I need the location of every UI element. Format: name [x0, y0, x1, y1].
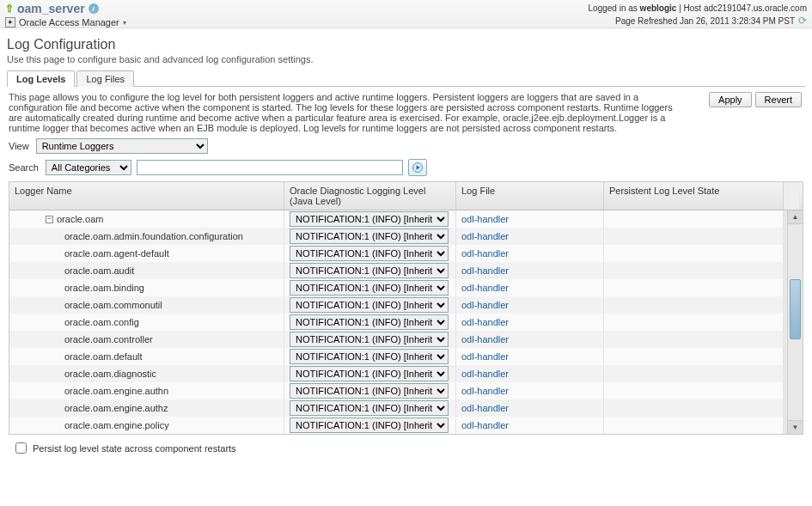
log-file-link[interactable]: odl-handler	[461, 248, 509, 259]
search-category-select[interactable]: All Categories	[46, 160, 131, 175]
tree-collapse-icon[interactable]: −	[46, 216, 53, 223]
persist-state-cell	[604, 331, 784, 348]
persist-checkbox[interactable]	[15, 442, 27, 454]
table-row[interactable]: oracle.oam.configNOTIFICATION:1 (INFO) […	[9, 314, 803, 331]
host-value: adc2191047.us.oracle.com	[704, 3, 807, 13]
logger-name: oracle.oam.engine.policy	[64, 420, 169, 430]
log-file-link[interactable]: odl-handler	[461, 317, 509, 327]
logger-name: oracle.oam	[57, 214, 103, 224]
table-row[interactable]: oracle.oam.commonutilNOTIFICATION:1 (INF…	[9, 296, 803, 314]
table-row[interactable]: oracle.oam.bindingNOTIFICATION:1 (INFO) …	[9, 279, 803, 296]
table-row[interactable]: oracle.oam.engine.authzNOTIFICATION:1 (I…	[9, 399, 803, 417]
scroll-down-icon[interactable]: ▼	[788, 420, 803, 434]
refresh-time: Page Refreshed Jan 26, 2011 3:28:34 PM P…	[615, 16, 795, 26]
logger-name: oracle.oam.binding	[64, 283, 144, 293]
status-up-icon: ⇧	[5, 3, 14, 15]
log-level-select[interactable]: NOTIFICATION:1 (INFO) [Inherit	[290, 246, 449, 261]
log-level-select[interactable]: NOTIFICATION:1 (INFO) [Inherit	[290, 263, 449, 278]
header-bar: ⇧ oam_server i ✦ Oracle Access Manager ▾…	[0, 0, 812, 28]
persist-state-cell	[604, 314, 784, 331]
logger-name: oracle.oam.config	[64, 317, 139, 327]
table-row[interactable]: oracle.oam.diagnosticNOTIFICATION:1 (INF…	[9, 365, 803, 382]
tab-log-levels[interactable]: Log Levels	[7, 70, 75, 87]
breadcrumb[interactable]: Oracle Access Manager	[19, 17, 119, 27]
persist-state-cell	[604, 262, 784, 279]
view-select[interactable]: Runtime Loggers	[36, 138, 208, 154]
log-file-link[interactable]: odl-handler	[461, 265, 509, 276]
explain-text: This page allows you to configure the lo…	[9, 92, 803, 133]
logger-name: oracle.oam.controller	[64, 334, 153, 344]
log-level-select[interactable]: NOTIFICATION:1 (INFO) [Inherit	[290, 211, 449, 227]
view-label: View	[9, 141, 29, 151]
grid-body: −oracle.oamNOTIFICATION:1 (INFO) [Inheri…	[9, 210, 803, 434]
chevron-down-icon[interactable]: ▾	[123, 19, 126, 27]
page-description: Use this page to configure basic and adv…	[7, 54, 805, 64]
persist-state-cell	[604, 245, 784, 262]
log-file-link[interactable]: odl-handler	[461, 334, 509, 344]
col-log-level[interactable]: Oracle Diagnostic Logging Level (Java Le…	[284, 182, 456, 210]
table-row[interactable]: oracle.oam.engine.authnNOTIFICATION:1 (I…	[9, 382, 803, 399]
search-input[interactable]	[137, 160, 403, 175]
scroll-up-icon[interactable]: ▲	[788, 210, 803, 224]
refresh-icon[interactable]: ⟳	[798, 15, 807, 27]
grid-header: Logger Name Oracle Diagnostic Logging Le…	[9, 182, 803, 210]
log-level-select[interactable]: NOTIFICATION:1 (INFO) [Inherit	[290, 383, 449, 399]
persist-label: Persist log level state across component…	[33, 443, 236, 454]
info-icon[interactable]: i	[89, 3, 99, 14]
persist-state-cell	[604, 210, 784, 228]
search-label: Search	[9, 162, 39, 173]
play-icon	[412, 162, 423, 173]
tab-log-files[interactable]: Log Files	[76, 70, 134, 87]
log-level-select[interactable]: NOTIFICATION:1 (INFO) [Inherit	[290, 400, 449, 416]
log-level-select[interactable]: NOTIFICATION:1 (INFO) [Inherit	[290, 349, 449, 364]
table-row[interactable]: oracle.oam.auditNOTIFICATION:1 (INFO) [I…	[9, 262, 803, 279]
log-file-link[interactable]: odl-handler	[461, 403, 509, 413]
log-file-link[interactable]: odl-handler	[461, 231, 509, 241]
nav-expand-icon[interactable]: ✦	[5, 17, 15, 27]
log-level-select[interactable]: NOTIFICATION:1 (INFO) [Inherit	[290, 418, 449, 433]
logger-name: oracle.oam.commonutil	[64, 300, 162, 310]
table-row[interactable]: −oracle.oamNOTIFICATION:1 (INFO) [Inheri…	[9, 210, 803, 228]
table-row[interactable]: oracle.oam.defaultNOTIFICATION:1 (INFO) …	[9, 348, 803, 365]
table-row[interactable]: oracle.oam.admin.foundation.configuratio…	[9, 228, 803, 245]
login-info: Logged in as weblogic | Host adc2191047.…	[589, 3, 807, 13]
log-file-link[interactable]: odl-handler	[461, 351, 509, 362]
table-row[interactable]: oracle.oam.engine.policyNOTIFICATION:1 (…	[9, 417, 803, 434]
logger-name: oracle.oam.diagnostic	[64, 369, 156, 379]
persist-state-cell	[604, 365, 784, 382]
log-file-link[interactable]: odl-handler	[461, 420, 509, 430]
log-level-select[interactable]: NOTIFICATION:1 (INFO) [Inherit	[290, 314, 449, 330]
apply-button[interactable]: Apply	[709, 92, 752, 107]
revert-button[interactable]: Revert	[755, 92, 802, 107]
log-level-select[interactable]: NOTIFICATION:1 (INFO) [Inherit	[290, 366, 449, 381]
log-level-select[interactable]: NOTIFICATION:1 (INFO) [Inherit	[290, 229, 449, 244]
search-go-button[interactable]	[408, 159, 427, 176]
tabs: Log Levels Log Files	[7, 70, 805, 87]
logger-name: oracle.oam.engine.authn	[64, 386, 168, 396]
col-logger-name[interactable]: Logger Name	[9, 182, 284, 210]
persist-state-cell	[604, 382, 784, 399]
log-file-link[interactable]: odl-handler	[461, 300, 509, 310]
server-name: oam_server	[17, 2, 85, 15]
log-file-link[interactable]: odl-handler	[461, 214, 509, 224]
col-persist-state[interactable]: Persistent Log Level State	[604, 182, 784, 210]
persist-state-cell	[604, 228, 784, 245]
col-log-file[interactable]: Log File	[456, 182, 604, 210]
logger-name: oracle.oam.default	[64, 351, 143, 362]
table-row[interactable]: oracle.oam.agent-defaultNOTIFICATION:1 (…	[9, 245, 803, 262]
logger-name: oracle.oam.engine.authz	[64, 403, 168, 413]
log-file-link[interactable]: odl-handler	[461, 386, 509, 396]
logger-name: oracle.oam.agent-default	[64, 248, 169, 259]
scrollbar[interactable]: ▲ ▼	[787, 210, 803, 434]
log-file-link[interactable]: odl-handler	[461, 283, 509, 293]
log-file-link[interactable]: odl-handler	[461, 369, 509, 379]
col-scroll-spacer	[784, 182, 799, 210]
loggers-grid: Logger Name Oracle Diagnostic Logging Le…	[9, 181, 803, 435]
table-row[interactable]: oracle.oam.controllerNOTIFICATION:1 (INF…	[9, 331, 803, 348]
log-level-select[interactable]: NOTIFICATION:1 (INFO) [Inherit	[290, 297, 449, 313]
persist-state-cell	[604, 296, 784, 314]
persist-state-cell	[604, 417, 784, 434]
log-level-select[interactable]: NOTIFICATION:1 (INFO) [Inherit	[290, 332, 449, 347]
scroll-thumb[interactable]	[790, 279, 801, 339]
log-level-select[interactable]: NOTIFICATION:1 (INFO) [Inherit	[290, 280, 449, 296]
